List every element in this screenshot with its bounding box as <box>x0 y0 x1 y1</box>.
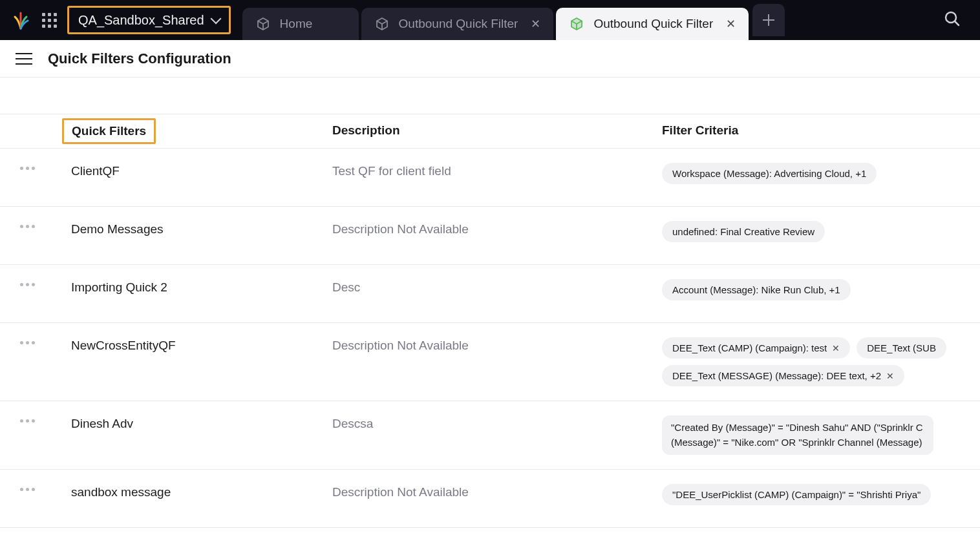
criteria-chip[interactable]: undefined: Final Creative Review <box>662 221 825 242</box>
filter-name[interactable]: Importing Quick 2 <box>54 279 332 295</box>
criteria-chip-text: Workspace (Message): Advertising Cloud, … <box>672 168 866 179</box>
row-actions-menu[interactable] <box>20 167 35 170</box>
filter-name[interactable]: ClientQF <box>54 163 332 178</box>
criteria-chip-text: Account (Message): Nike Run Club, +1 <box>672 284 840 295</box>
row-actions-menu[interactable] <box>20 225 35 228</box>
column-header-name[interactable]: Quick Filters <box>62 118 156 144</box>
filter-description: Desc <box>332 279 662 295</box>
filter-criteria-cell: "DEE_UserPicklist (CAMP) (Campaign)" = "… <box>662 484 980 505</box>
table-header-row: Quick Filters Description Filter Criteri… <box>0 114 980 149</box>
cube-icon <box>569 16 584 32</box>
table-row: Dinesh AdvDescsa"Created By (Message)" =… <box>0 401 980 470</box>
row-actions-menu[interactable] <box>20 341 35 344</box>
filter-criteria-cell: undefined: Final Creative Review <box>662 221 980 242</box>
criteria-chip[interactable]: Account (Message): Nike Run Club, +1 <box>662 279 851 300</box>
filter-criteria-cell: DEE_Text (CAMP) (Campaign): test✕DEE_Tex… <box>662 337 980 386</box>
svg-line-1 <box>955 22 959 26</box>
table-row: Demo MessagesDescription Not Availableun… <box>0 207 980 265</box>
column-header-criteria[interactable]: Filter Criteria <box>662 123 738 137</box>
tab[interactable]: Outbound Quick Filter✕ <box>556 8 749 40</box>
add-tab-button[interactable] <box>752 4 785 36</box>
tab-strip: HomeOutbound Quick Filter✕Outbound Quick… <box>242 0 749 40</box>
search-icon <box>944 10 961 27</box>
column-header-description[interactable]: Description <box>332 123 400 137</box>
quick-filters-table: Quick Filters Description Filter Criteri… <box>0 78 980 528</box>
filter-description: Description Not Available <box>332 337 662 353</box>
filter-description: Description Not Available <box>332 484 662 499</box>
close-icon[interactable]: ✕ <box>726 17 736 31</box>
close-icon[interactable]: ✕ <box>531 17 540 31</box>
tab-label: Outbound Quick Filter <box>593 17 713 31</box>
plus-icon <box>763 14 774 26</box>
close-icon[interactable]: ✕ <box>832 343 840 353</box>
page-title: Quick Filters Configuration <box>48 50 231 67</box>
row-actions-menu[interactable] <box>20 419 35 423</box>
filter-name[interactable]: Demo Messages <box>54 221 332 236</box>
subheader: Quick Filters Configuration <box>0 40 980 78</box>
filter-name[interactable]: sandbox message <box>54 484 332 499</box>
criteria-chip[interactable]: "Created By (Message)" = "Dinesh Sahu" A… <box>662 415 933 455</box>
close-icon[interactable]: ✕ <box>886 371 894 381</box>
filter-criteria-cell: Workspace (Message): Advertising Cloud, … <box>662 163 980 184</box>
apps-launcher-icon[interactable] <box>39 10 59 30</box>
tab[interactable]: Home <box>242 8 359 40</box>
tab-label: Outbound Quick Filter <box>399 17 518 31</box>
table-row: NewCrossEntityQFDescription Not Availabl… <box>0 323 980 401</box>
table-row: Importing Quick 2DescAccount (Message): … <box>0 265 980 323</box>
criteria-chip[interactable]: DEE_Text (SUB <box>857 337 946 359</box>
cube-icon <box>255 16 271 32</box>
workspace-selector[interactable]: QA_Sandbox_Shared <box>67 6 231 34</box>
criteria-chip[interactable]: DEE_Text (MESSAGE) (Message): DEE text, … <box>662 365 904 386</box>
filter-criteria-cell: "Created By (Message)" = "Dinesh Sahu" A… <box>662 415 980 455</box>
filter-description: Description Not Available <box>332 221 662 236</box>
row-actions-menu[interactable] <box>20 283 35 286</box>
filter-criteria-cell: Account (Message): Nike Run Club, +1 <box>662 279 980 300</box>
table-row: sandbox messageDescription Not Available… <box>0 470 980 528</box>
tab-label: Home <box>280 17 313 31</box>
criteria-chip-text: DEE_Text (SUB <box>867 342 936 353</box>
menu-button[interactable] <box>16 53 32 65</box>
criteria-chip-text: "DEE_UserPicklist (CAMP) (Campaign)" = "… <box>672 489 921 500</box>
criteria-chip[interactable]: Workspace (Message): Advertising Cloud, … <box>662 163 877 184</box>
table-row: ClientQFTest QF for client fieldWorkspac… <box>0 149 980 207</box>
top-bar: QA_Sandbox_Shared HomeOutbound Quick Fil… <box>0 0 980 40</box>
criteria-chip-text: DEE_Text (CAMP) (Campaign): test <box>672 342 827 353</box>
filter-description: Test QF for client field <box>332 163 662 178</box>
criteria-chip[interactable]: "DEE_UserPicklist (CAMP) (Campaign)" = "… <box>662 484 931 505</box>
filter-name[interactable]: NewCrossEntityQF <box>54 337 332 353</box>
chevron-down-icon <box>210 14 221 25</box>
logo-icon <box>10 10 31 30</box>
criteria-chip[interactable]: DEE_Text (CAMP) (Campaign): test✕ <box>662 337 850 359</box>
search-button[interactable] <box>944 10 961 30</box>
filter-description: Descsa <box>332 415 662 431</box>
cube-icon <box>374 16 390 32</box>
svg-point-0 <box>946 12 956 23</box>
row-actions-menu[interactable] <box>20 488 35 491</box>
criteria-chip-text: DEE_Text (MESSAGE) (Message): DEE text, … <box>672 370 881 381</box>
workspace-name: QA_Sandbox_Shared <box>78 13 204 28</box>
criteria-chip-text: "Created By (Message)" = "Dinesh Sahu" A… <box>671 421 924 450</box>
criteria-chip-text: undefined: Final Creative Review <box>672 226 815 237</box>
tab[interactable]: Outbound Quick Filter✕ <box>361 8 554 40</box>
filter-name[interactable]: Dinesh Adv <box>54 415 332 431</box>
